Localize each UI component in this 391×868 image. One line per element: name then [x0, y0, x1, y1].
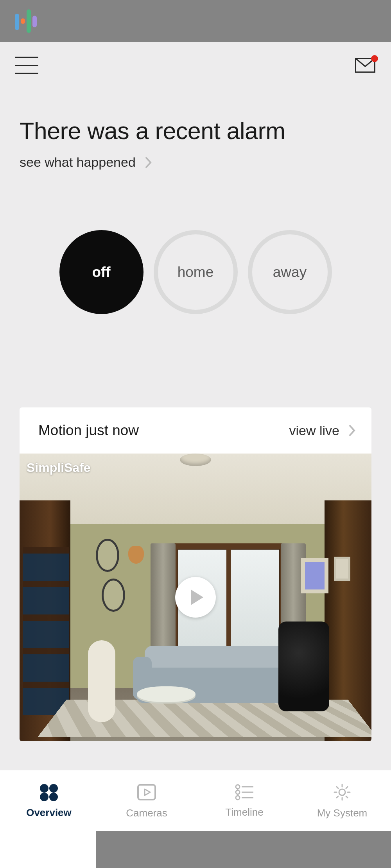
mode-away-label: away — [273, 264, 307, 280]
svg-point-8 — [236, 790, 240, 794]
menu-button[interactable] — [15, 57, 38, 74]
svg-point-14 — [339, 789, 345, 795]
tab-timeline[interactable]: Timeline — [196, 770, 293, 831]
view-live-label: view live — [289, 423, 339, 438]
tab-cameras[interactable]: Cameras — [98, 770, 196, 831]
tab-cameras-label: Cameras — [126, 807, 167, 819]
section-divider — [20, 369, 371, 369]
overview-icon — [38, 783, 59, 801]
camera-watermark: SimpliSafe — [27, 461, 91, 475]
tab-my-system-label: My System — [317, 807, 368, 819]
play-button[interactable] — [175, 577, 216, 618]
svg-rect-5 — [138, 785, 155, 800]
bottom-tab-bar: Overview Cameras — [0, 770, 391, 831]
alert-title: There was a recent alarm — [20, 117, 371, 145]
see-what-happened-link[interactable]: see what happened — [20, 155, 371, 170]
mode-off-label: off — [92, 264, 110, 280]
timeline-icon — [234, 784, 255, 801]
notification-badge — [371, 55, 378, 62]
svg-point-2 — [49, 784, 58, 793]
gear-icon — [333, 783, 352, 802]
messages-button[interactable] — [355, 58, 375, 73]
chevron-right-icon — [145, 157, 152, 168]
home-indicator — [0, 831, 96, 868]
motion-status: Motion just now — [38, 422, 139, 439]
cameras-icon — [136, 783, 157, 802]
mode-home-label: home — [178, 264, 214, 280]
svg-point-3 — [40, 793, 48, 801]
svg-point-6 — [236, 785, 240, 789]
svg-point-1 — [40, 784, 48, 793]
status-logo-icon — [15, 10, 37, 32]
mode-away-button[interactable]: away — [248, 230, 332, 314]
chevron-right-icon — [349, 425, 356, 436]
view-live-link[interactable]: view live — [289, 423, 356, 438]
mode-home-button[interactable]: home — [154, 230, 238, 314]
camera-card: Motion just now view live — [20, 407, 371, 741]
camera-thumbnail[interactable]: SimpliSafe — [20, 454, 371, 741]
mode-off-button[interactable]: off — [59, 230, 143, 314]
tab-overview[interactable]: Overview — [0, 770, 98, 831]
alert-link-label: see what happened — [20, 155, 136, 170]
svg-point-4 — [49, 793, 58, 801]
tab-overview-label: Overview — [26, 807, 72, 819]
tab-my-system[interactable]: My System — [293, 770, 391, 831]
svg-point-10 — [236, 796, 240, 800]
tab-timeline-label: Timeline — [225, 806, 263, 818]
